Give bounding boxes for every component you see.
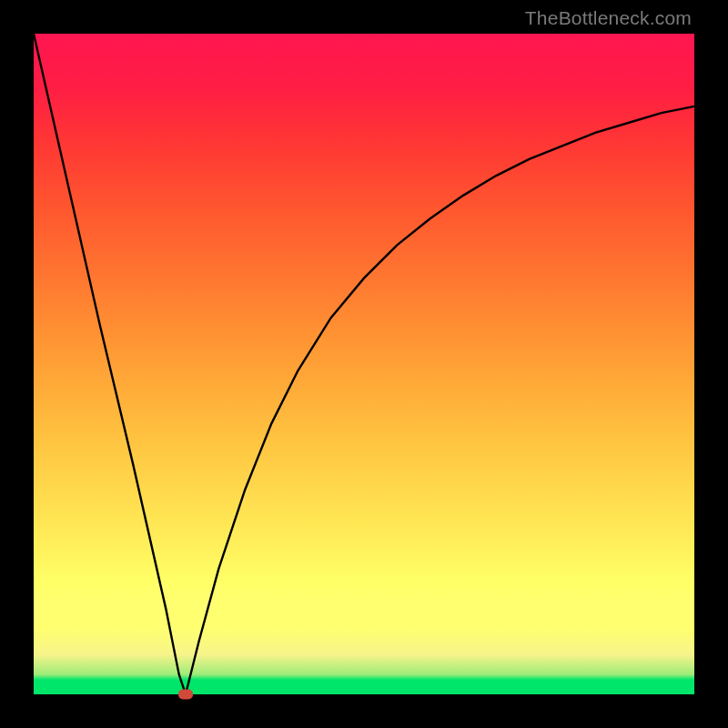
chart-frame: TheBottleneck.com [0, 0, 728, 728]
optimum-marker [178, 690, 193, 700]
curve-path [34, 34, 694, 694]
plot-area [34, 34, 694, 694]
watermark-text: TheBottleneck.com [525, 7, 692, 29]
bottleneck-curve [34, 34, 694, 694]
